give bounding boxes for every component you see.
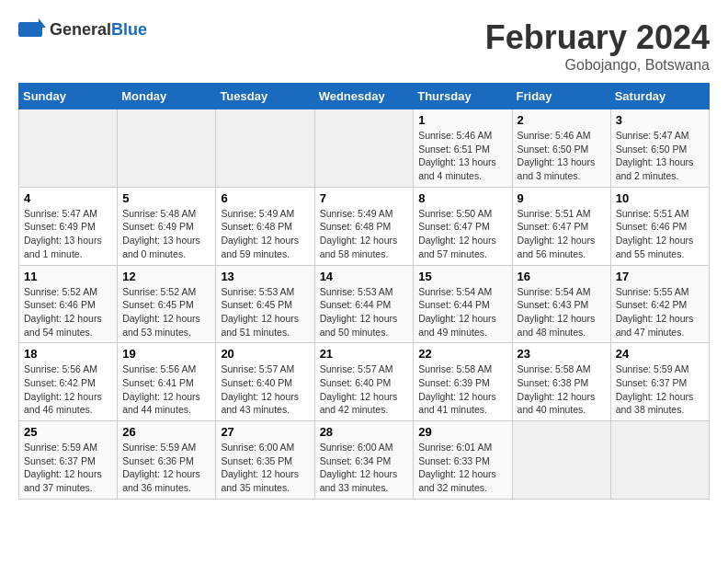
day-number: 7 bbox=[320, 191, 409, 205]
day-number: 25 bbox=[24, 425, 112, 439]
day-number: 23 bbox=[518, 347, 606, 361]
calendar-cell bbox=[314, 109, 414, 188]
calendar-cell bbox=[19, 109, 118, 188]
calendar-table: SundayMondayTuesdayWednesdayThursdayFrid… bbox=[18, 83, 710, 500]
day-info: Sunrise: 5:53 AM Sunset: 6:44 PM Dayligh… bbox=[320, 285, 409, 339]
calendar-cell: 18Sunrise: 5:56 AM Sunset: 6:42 PM Dayli… bbox=[19, 343, 118, 421]
logo: GeneralBlue bbox=[18, 18, 147, 40]
day-number: 14 bbox=[320, 270, 409, 283]
calendar-cell: 14Sunrise: 5:53 AM Sunset: 6:44 PM Dayli… bbox=[314, 265, 414, 343]
day-number: 15 bbox=[418, 270, 506, 283]
header-thursday: Thursday bbox=[414, 84, 512, 109]
day-info: Sunrise: 6:00 AM Sunset: 6:34 PM Dayligh… bbox=[320, 441, 409, 495]
calendar-cell bbox=[216, 109, 314, 188]
calendar-cell: 11Sunrise: 5:52 AM Sunset: 6:46 PM Dayli… bbox=[19, 265, 118, 343]
logo-icon bbox=[18, 18, 46, 40]
calendar-cell: 15Sunrise: 5:54 AM Sunset: 6:44 PM Dayli… bbox=[414, 265, 512, 343]
day-number: 27 bbox=[221, 425, 309, 439]
day-info: Sunrise: 5:54 AM Sunset: 6:43 PM Dayligh… bbox=[518, 285, 606, 339]
calendar-cell: 26Sunrise: 5:59 AM Sunset: 6:36 PM Dayli… bbox=[118, 421, 216, 500]
day-info: Sunrise: 5:51 AM Sunset: 6:46 PM Dayligh… bbox=[616, 207, 704, 261]
day-number: 28 bbox=[320, 425, 409, 439]
calendar-cell: 22Sunrise: 5:58 AM Sunset: 6:39 PM Dayli… bbox=[414, 343, 512, 421]
header-monday: Monday bbox=[118, 84, 216, 109]
calendar-cell: 13Sunrise: 5:53 AM Sunset: 6:45 PM Dayli… bbox=[216, 265, 314, 343]
calendar-cell bbox=[512, 421, 610, 500]
day-number: 4 bbox=[24, 191, 112, 205]
day-number: 18 bbox=[24, 347, 112, 361]
day-number: 29 bbox=[418, 425, 506, 439]
day-number: 3 bbox=[616, 113, 704, 127]
day-info: Sunrise: 5:49 AM Sunset: 6:48 PM Dayligh… bbox=[221, 207, 309, 261]
header-tuesday: Tuesday bbox=[216, 84, 314, 109]
day-info: Sunrise: 5:59 AM Sunset: 6:37 PM Dayligh… bbox=[24, 441, 112, 495]
page-header: GeneralBlue February 2024 Gobojango, Bot… bbox=[18, 18, 710, 74]
day-info: Sunrise: 5:57 AM Sunset: 6:40 PM Dayligh… bbox=[221, 362, 309, 417]
day-number: 9 bbox=[518, 191, 606, 205]
calendar-cell bbox=[610, 421, 709, 500]
calendar-subtitle: Gobojango, Botswana bbox=[485, 57, 710, 74]
day-info: Sunrise: 5:52 AM Sunset: 6:46 PM Dayligh… bbox=[24, 285, 112, 339]
calendar-cell: 7Sunrise: 5:49 AM Sunset: 6:48 PM Daylig… bbox=[314, 187, 414, 265]
week-row-3: 11Sunrise: 5:52 AM Sunset: 6:46 PM Dayli… bbox=[19, 265, 710, 343]
day-info: Sunrise: 5:56 AM Sunset: 6:41 PM Dayligh… bbox=[122, 362, 210, 417]
day-info: Sunrise: 5:46 AM Sunset: 6:50 PM Dayligh… bbox=[518, 129, 606, 183]
day-number: 17 bbox=[616, 270, 704, 283]
day-info: Sunrise: 5:58 AM Sunset: 6:38 PM Dayligh… bbox=[518, 362, 606, 417]
svg-marker-1 bbox=[39, 18, 46, 28]
day-info: Sunrise: 5:47 AM Sunset: 6:49 PM Dayligh… bbox=[24, 207, 112, 261]
calendar-cell: 2Sunrise: 5:46 AM Sunset: 6:50 PM Daylig… bbox=[512, 109, 610, 188]
calendar-cell: 17Sunrise: 5:55 AM Sunset: 6:42 PM Dayli… bbox=[610, 265, 709, 343]
header-wednesday: Wednesday bbox=[314, 84, 414, 109]
day-info: Sunrise: 5:59 AM Sunset: 6:37 PM Dayligh… bbox=[616, 362, 704, 417]
calendar-cell: 12Sunrise: 5:52 AM Sunset: 6:45 PM Dayli… bbox=[118, 265, 216, 343]
day-number: 11 bbox=[24, 270, 112, 283]
day-number: 20 bbox=[221, 347, 309, 361]
day-info: Sunrise: 5:51 AM Sunset: 6:47 PM Dayligh… bbox=[518, 207, 606, 261]
day-info: Sunrise: 5:58 AM Sunset: 6:39 PM Dayligh… bbox=[418, 362, 506, 417]
calendar-cell: 4Sunrise: 5:47 AM Sunset: 6:49 PM Daylig… bbox=[19, 187, 118, 265]
calendar-title: February 2024 bbox=[485, 18, 710, 57]
day-info: Sunrise: 5:54 AM Sunset: 6:44 PM Dayligh… bbox=[418, 285, 506, 339]
day-number: 21 bbox=[320, 347, 409, 361]
day-number: 16 bbox=[518, 270, 606, 283]
calendar-cell: 25Sunrise: 5:59 AM Sunset: 6:37 PM Dayli… bbox=[19, 421, 118, 500]
week-row-5: 25Sunrise: 5:59 AM Sunset: 6:37 PM Dayli… bbox=[19, 421, 710, 500]
calendar-cell: 28Sunrise: 6:00 AM Sunset: 6:34 PM Dayli… bbox=[314, 421, 414, 500]
day-info: Sunrise: 5:47 AM Sunset: 6:50 PM Dayligh… bbox=[616, 129, 704, 183]
calendar-cell: 16Sunrise: 5:54 AM Sunset: 6:43 PM Dayli… bbox=[512, 265, 610, 343]
calendar-cell: 21Sunrise: 5:57 AM Sunset: 6:40 PM Dayli… bbox=[314, 343, 414, 421]
day-number: 5 bbox=[122, 191, 210, 205]
day-info: Sunrise: 5:55 AM Sunset: 6:42 PM Dayligh… bbox=[616, 285, 704, 339]
day-info: Sunrise: 5:48 AM Sunset: 6:49 PM Dayligh… bbox=[122, 207, 210, 261]
header-friday: Friday bbox=[512, 84, 610, 109]
calendar-cell: 10Sunrise: 5:51 AM Sunset: 6:46 PM Dayli… bbox=[610, 187, 709, 265]
day-info: Sunrise: 5:56 AM Sunset: 6:42 PM Dayligh… bbox=[24, 362, 112, 417]
calendar-cell: 29Sunrise: 6:01 AM Sunset: 6:33 PM Dayli… bbox=[414, 421, 512, 500]
day-number: 8 bbox=[418, 191, 506, 205]
calendar-cell: 19Sunrise: 5:56 AM Sunset: 6:41 PM Dayli… bbox=[118, 343, 216, 421]
day-number: 19 bbox=[122, 347, 210, 361]
day-info: Sunrise: 5:57 AM Sunset: 6:40 PM Dayligh… bbox=[320, 362, 409, 417]
calendar-cell: 5Sunrise: 5:48 AM Sunset: 6:49 PM Daylig… bbox=[118, 187, 216, 265]
week-row-4: 18Sunrise: 5:56 AM Sunset: 6:42 PM Dayli… bbox=[19, 343, 710, 421]
header-saturday: Saturday bbox=[610, 84, 709, 109]
calendar-cell: 24Sunrise: 5:59 AM Sunset: 6:37 PM Dayli… bbox=[610, 343, 709, 421]
day-number: 1 bbox=[418, 113, 506, 127]
calendar-cell: 20Sunrise: 5:57 AM Sunset: 6:40 PM Dayli… bbox=[216, 343, 314, 421]
day-number: 12 bbox=[122, 270, 210, 283]
logo-blue-text: Blue bbox=[111, 20, 147, 39]
day-number: 24 bbox=[616, 347, 704, 361]
calendar-cell: 6Sunrise: 5:49 AM Sunset: 6:48 PM Daylig… bbox=[216, 187, 314, 265]
calendar-cell: 3Sunrise: 5:47 AM Sunset: 6:50 PM Daylig… bbox=[610, 109, 709, 188]
day-info: Sunrise: 5:49 AM Sunset: 6:48 PM Dayligh… bbox=[320, 207, 409, 261]
day-info: Sunrise: 5:46 AM Sunset: 6:51 PM Dayligh… bbox=[418, 129, 506, 183]
day-number: 2 bbox=[518, 113, 606, 127]
day-info: Sunrise: 5:59 AM Sunset: 6:36 PM Dayligh… bbox=[122, 441, 210, 495]
day-info: Sunrise: 6:00 AM Sunset: 6:35 PM Dayligh… bbox=[221, 441, 309, 495]
day-number: 10 bbox=[616, 191, 704, 205]
day-info: Sunrise: 6:01 AM Sunset: 6:33 PM Dayligh… bbox=[418, 441, 506, 495]
day-number: 26 bbox=[122, 425, 210, 439]
calendar-cell bbox=[118, 109, 216, 188]
calendar-cell: 9Sunrise: 5:51 AM Sunset: 6:47 PM Daylig… bbox=[512, 187, 610, 265]
